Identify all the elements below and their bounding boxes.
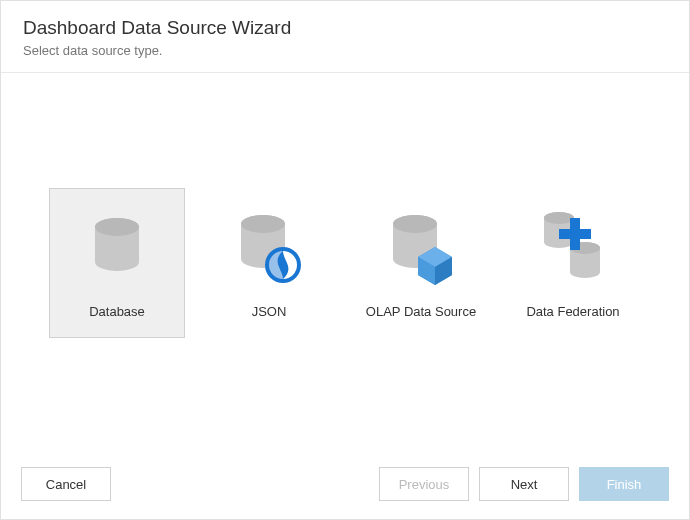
- wizard-footer: Cancel Previous Next Finish: [1, 453, 689, 519]
- option-olap[interactable]: OLAP Data Source: [353, 188, 489, 338]
- svg-point-1: [95, 218, 139, 236]
- previous-button: Previous: [379, 467, 469, 501]
- next-button[interactable]: Next: [479, 467, 569, 501]
- svg-point-3: [241, 215, 285, 233]
- json-icon: [202, 189, 336, 304]
- option-data-federation[interactable]: Data Federation: [505, 188, 641, 338]
- wizard-content: Database JSON: [1, 73, 689, 453]
- option-label: Data Federation: [526, 304, 619, 319]
- wizard-subtitle: Select data source type.: [23, 43, 667, 58]
- database-icon: [50, 189, 184, 304]
- option-database[interactable]: Database: [49, 188, 185, 338]
- option-label: Database: [89, 304, 145, 319]
- olap-icon: [354, 189, 488, 304]
- finish-button: Finish: [579, 467, 669, 501]
- option-label: OLAP Data Source: [366, 304, 476, 319]
- wizard-title: Dashboard Data Source Wizard: [23, 17, 667, 39]
- svg-point-12: [544, 212, 574, 224]
- data-federation-icon: [506, 189, 640, 304]
- wizard-header: Dashboard Data Source Wizard Select data…: [1, 1, 689, 73]
- data-source-options: Database JSON: [49, 188, 641, 338]
- wizard-dialog: Dashboard Data Source Wizard Select data…: [0, 0, 690, 520]
- option-label: JSON: [252, 304, 287, 319]
- svg-rect-16: [559, 229, 591, 239]
- cancel-button[interactable]: Cancel: [21, 467, 111, 501]
- option-json[interactable]: JSON: [201, 188, 337, 338]
- svg-point-6: [393, 215, 437, 233]
